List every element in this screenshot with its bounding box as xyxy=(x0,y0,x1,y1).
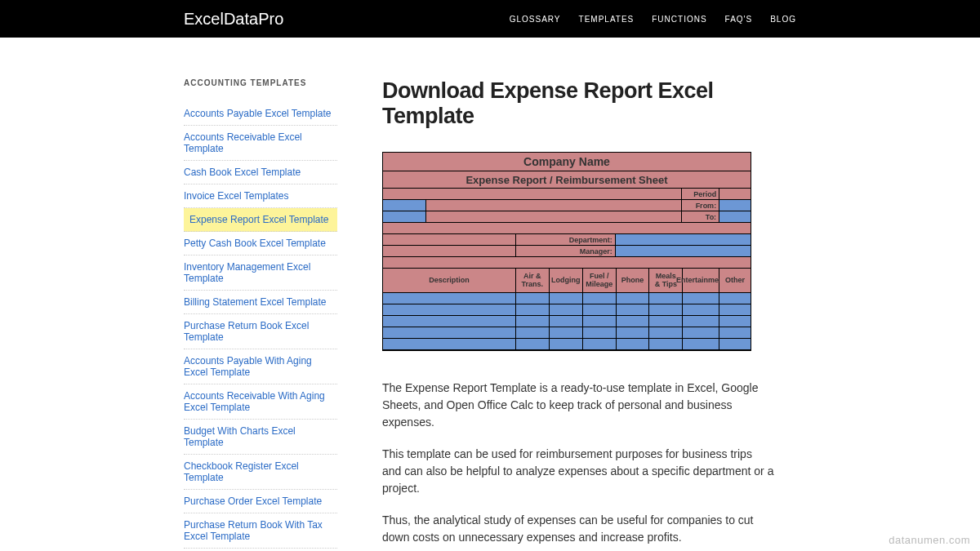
para-2: This template can be used for reimbursem… xyxy=(382,446,774,497)
body-text: The Expense Report Template is a ready-t… xyxy=(382,380,774,546)
sidebar-link[interactable]: Accounts Receivable Excel Template xyxy=(184,131,302,154)
hdr-phone: Phone xyxy=(617,269,650,292)
sidebar-heading: ACCOUNTING TEMPLATES xyxy=(184,78,337,87)
sidebar-item[interactable]: Expense Report Excel Template xyxy=(184,208,337,232)
nav-templates[interactable]: TEMPLATES xyxy=(579,15,635,24)
hdr-other: Other xyxy=(719,269,751,292)
sheet-data-row xyxy=(383,339,751,350)
sheet-data-row xyxy=(383,327,751,339)
sidebar-item[interactable]: Purchase Return Book With Tax Excel Temp… xyxy=(184,513,337,549)
sheet-from: From: xyxy=(682,200,719,211)
sidebar-link[interactable]: Invoice Excel Templates xyxy=(184,190,289,202)
sheet-period: Period xyxy=(682,189,719,199)
sidebar-item[interactable]: Petty Cash Book Excel Template xyxy=(184,232,337,256)
sidebar-link[interactable]: Checkbook Register Excel Template xyxy=(184,460,299,483)
sidebar-link[interactable]: Budget With Charts Excel Template xyxy=(184,425,296,448)
hdr-lodging: Lodging xyxy=(550,269,583,292)
sidebar-item[interactable]: Cash Book Excel Template xyxy=(184,161,337,184)
sidebar-item[interactable]: Accounts Receivable Excel Template xyxy=(184,126,337,161)
sidebar-item[interactable]: Accounts Receivable With Aging Excel Tem… xyxy=(184,384,337,420)
sheet-data-row xyxy=(383,304,751,316)
sidebar-item[interactable]: Accounts Payable With Aging Excel Templa… xyxy=(184,349,337,384)
hdr-fuel: Fuel / Mileage xyxy=(583,269,617,292)
sidebar-link[interactable]: Accounts Payable With Aging Excel Templa… xyxy=(184,355,312,378)
brand[interactable]: ExcelDataPro xyxy=(184,10,283,29)
sidebar-link[interactable]: Accounts Payable Excel Template xyxy=(184,108,332,119)
watermark: datanumen.com xyxy=(889,534,970,546)
hdr-air: Air & Trans. xyxy=(516,269,550,292)
hdr-description: Description xyxy=(383,269,516,292)
sidebar: ACCOUNTING TEMPLATES Accounts Payable Ex… xyxy=(184,78,337,551)
para-1: The Expense Report Template is a ready-t… xyxy=(382,380,774,431)
nav-glossary[interactable]: GLOSSARY xyxy=(510,15,561,24)
nav-functions[interactable]: FUNCTIONS xyxy=(652,15,706,24)
para-3: Thus, the analytical study of expenses c… xyxy=(382,512,774,546)
sidebar-item[interactable]: Purchase Return Book Excel Template xyxy=(184,314,337,349)
sidebar-item[interactable]: Inventory Management Excel Template xyxy=(184,256,337,291)
nav-blog[interactable]: BLOG xyxy=(770,15,796,24)
sheet-data-row xyxy=(383,316,751,327)
sidebar-list: Accounts Payable Excel TemplateAccounts … xyxy=(184,102,337,551)
sidebar-link[interactable]: Purchase Return Book Excel Template xyxy=(184,320,309,343)
sidebar-item[interactable]: Invoice Excel Templates xyxy=(184,184,337,208)
sheet-subtitle: Expense Report / Reimbursement Sheet xyxy=(383,171,751,188)
sidebar-link[interactable]: Inventory Management Excel Template xyxy=(184,261,310,284)
page-title: Download Expense Report Excel Template xyxy=(382,78,774,129)
sidebar-link[interactable]: Petty Cash Book Excel Template xyxy=(184,238,326,249)
expense-sheet-image: Company Name Expense Report / Reimbursem… xyxy=(382,152,751,351)
sidebar-link[interactable]: Cash Book Excel Template xyxy=(184,167,301,178)
sidebar-link[interactable]: Accounts Receivable With Aging Excel Tem… xyxy=(184,390,325,413)
sheet-body xyxy=(383,293,751,350)
sidebar-link[interactable]: Expense Report Excel Template xyxy=(189,214,329,225)
main: Download Expense Report Excel Template C… xyxy=(382,78,774,551)
nav-faqs[interactable]: FAQ'S xyxy=(725,15,753,24)
sidebar-item[interactable]: Billing Statement Excel Template xyxy=(184,291,337,314)
hdr-entertain: Entertainment xyxy=(683,269,719,292)
sidebar-item[interactable]: Accounts Payable Excel Template xyxy=(184,102,337,126)
sidebar-link[interactable]: Purchase Order Excel Template xyxy=(184,495,322,507)
sidebar-link[interactable]: Purchase Return Book With Tax Excel Temp… xyxy=(184,519,323,542)
sidebar-item[interactable]: Budget With Charts Excel Template xyxy=(184,420,337,455)
topbar: ExcelDataPro GLOSSARY TEMPLATES FUNCTION… xyxy=(0,0,980,38)
sidebar-item[interactable]: Checkbook Register Excel Template xyxy=(184,455,337,490)
sheet-company: Company Name xyxy=(383,153,751,171)
sheet-department: Department: xyxy=(516,234,615,245)
sidebar-link[interactable]: Billing Statement Excel Template xyxy=(184,296,327,308)
nav: GLOSSARY TEMPLATES FUNCTIONS FAQ'S BLOG xyxy=(510,15,796,24)
container: ACCOUNTING TEMPLATES Accounts Payable Ex… xyxy=(0,38,980,551)
sheet-manager: Manager: xyxy=(516,246,615,256)
sidebar-item[interactable]: Purchase Order Excel Template xyxy=(184,490,337,513)
sheet-to: To: xyxy=(682,211,719,222)
sheet-data-row xyxy=(383,293,751,304)
